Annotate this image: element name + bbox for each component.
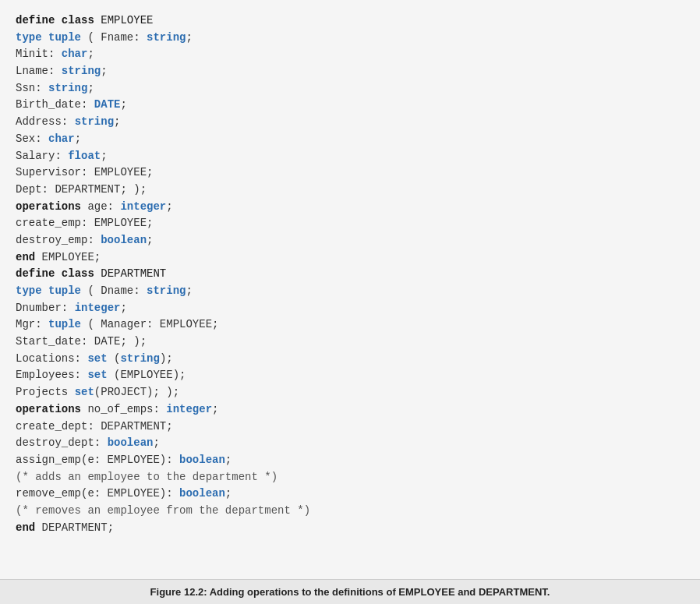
keyword-end-2: end: [16, 521, 35, 534]
keyword-tuple-2: tuple: [48, 284, 81, 297]
class-department: DEPARTMENT: [101, 267, 166, 280]
code-line-9: Salary: float;: [16, 148, 684, 165]
code-line-10: Supervisor: EMPLOYEE;: [16, 164, 684, 182]
code-line-3: Minit: char;: [16, 46, 684, 63]
code-line-16: define class DEPARTMENT: [16, 266, 684, 283]
code-line-7: Address: string;: [16, 114, 684, 131]
keyword-class: class: [62, 14, 94, 26]
code-line-31: end DEPARTMENT;: [16, 520, 684, 537]
code-line-17: type tuple ( Dname: string;: [16, 283, 684, 300]
keyword-define: define: [16, 14, 55, 26]
code-line-8: Sex: char;: [16, 131, 684, 148]
code-line-6: Birth_date: DATE;: [16, 97, 684, 114]
keyword-set-3: set: [75, 386, 94, 398]
keyword-set-1: set: [87, 352, 107, 365]
keyword-set-2: set: [87, 369, 107, 381]
code-line-27: assign_emp(e: EMPLOYEE): boolean;: [16, 452, 684, 469]
keyword-type-2: type: [16, 284, 42, 297]
code-block: define class EMPLOYEE type tuple ( Fname…: [0, 0, 700, 579]
keyword-define-2: define: [16, 267, 55, 280]
code-line-20: Start_date: DATE; );: [16, 334, 684, 351]
keyword-end-1: end: [16, 251, 35, 263]
keyword-type: type: [16, 31, 42, 44]
code-line-19: Mgr: tuple ( Manager: EMPLOYEE;: [16, 316, 684, 334]
code-line-11: Dept: DEPARTMENT; );: [16, 182, 684, 199]
keyword-tuple: tuple: [48, 31, 81, 44]
code-line-21: Locations: set (string);: [16, 351, 684, 368]
code-line-15: end EMPLOYEE;: [16, 249, 684, 267]
code-line-26: destroy_dept: boolean;: [16, 435, 684, 452]
code-line-24: operations no_of_emps: integer;: [16, 401, 684, 419]
keyword-class-2: class: [62, 267, 94, 280]
code-line-5: Ssn: string;: [16, 80, 684, 97]
code-line-22: Employees: set (EMPLOYEE);: [16, 367, 684, 384]
code-line-23: Projects set(PROJECT); );: [16, 384, 684, 401]
code-line-1: define class EMPLOYEE: [16, 12, 684, 30]
code-line-25: create_dept: DEPARTMENT;: [16, 419, 684, 436]
code-line-2: type tuple ( Fname: string;: [16, 30, 684, 47]
keyword-operations-1: operations: [16, 200, 81, 213]
keyword-tuple-3: tuple: [48, 318, 81, 330]
code-line-13: create_emp: EMPLOYEE;: [16, 215, 684, 232]
class-employee: EMPLOYEE: [101, 14, 153, 26]
caption-bar: Figure 12.2: Adding operations to the de…: [0, 579, 700, 604]
code-line-18: Dnumber: integer;: [16, 300, 684, 317]
caption-text: Figure 12.2: Adding operations to the de…: [150, 586, 550, 598]
code-line-28: (* adds an employee to the department *): [16, 469, 684, 486]
code-line-30: (* removes an employee from the departme…: [16, 503, 684, 520]
code-line-14: destroy_emp: boolean;: [16, 232, 684, 249]
code-line-29: remove_emp(e: EMPLOYEE): boolean;: [16, 486, 684, 503]
code-line-12: operations age: integer;: [16, 199, 684, 216]
keyword-operations-2: operations: [16, 403, 81, 415]
code-line-4: Lname: string;: [16, 63, 684, 80]
